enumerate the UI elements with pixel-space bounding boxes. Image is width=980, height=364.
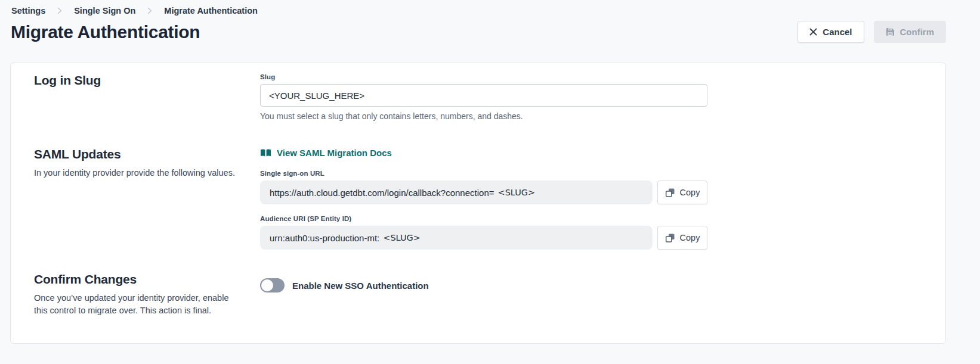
audience-uri-field-group: Audience URI (SP Entity ID) urn:auth0:us…	[260, 215, 707, 250]
cancel-button-label: Cancel	[823, 27, 852, 37]
migrate-authentication-page: Settings Single Sign On Migrate Authenti…	[0, 0, 980, 344]
audience-uri-prefix: urn:auth0:us-production-mt:	[270, 233, 379, 243]
confirm-button-label: Confirm	[900, 27, 935, 37]
copy-button-label: Copy	[680, 233, 700, 242]
section-login-slug: Log in Slug Slug You must select a slug …	[34, 73, 922, 121]
copy-icon	[665, 233, 675, 243]
breadcrumb-item-settings[interactable]: Settings	[11, 6, 45, 15]
saml-updates-description: In your identity provider provide the fo…	[34, 167, 240, 179]
toggle-knob	[261, 279, 273, 291]
view-saml-migration-docs-link[interactable]: View SAML Migration Docs	[260, 148, 392, 158]
migrate-authentication-card: Log in Slug Slug You must select a slug …	[10, 63, 946, 344]
copy-button-label: Copy	[680, 188, 700, 197]
copy-sso-url-button[interactable]: Copy	[657, 181, 707, 204]
page-header: Migrate Authentication Cancel	[10, 21, 946, 43]
sso-url-label: Single sign-on URL	[260, 170, 707, 177]
copy-audience-uri-button[interactable]: Copy	[657, 226, 707, 250]
confirm-changes-description: Once you’ve updated your identity provid…	[34, 292, 240, 316]
enable-sso-toggle[interactable]	[260, 278, 285, 293]
enable-sso-toggle-row: Enable New SSO Authentication	[260, 278, 707, 293]
slug-help-text: You must select a slug that only contain…	[260, 111, 707, 121]
enable-sso-toggle-label: Enable New SSO Authentication	[292, 281, 429, 291]
chevron-right-icon	[57, 7, 62, 14]
section-saml-updates: SAML Updates In your identity provider p…	[34, 147, 922, 250]
close-icon	[809, 28, 817, 36]
chevron-right-icon	[147, 7, 152, 14]
header-actions: Cancel Confirm	[797, 21, 946, 43]
audience-uri-slug-token: <SLUG>	[383, 233, 421, 242]
audience-uri-value: urn:auth0:us-production-mt: <SLUG>	[260, 226, 653, 250]
docs-link-label: View SAML Migration Docs	[277, 148, 392, 158]
audience-uri-label: Audience URI (SP Entity ID)	[260, 215, 707, 222]
breadcrumb-item-current: Migrate Authentication	[164, 6, 258, 15]
sso-url-value: https://auth.cloud.getdbt.com/login/call…	[260, 181, 653, 204]
page-title: Migrate Authentication	[10, 22, 200, 42]
confirm-button[interactable]: Confirm	[874, 21, 947, 43]
save-icon	[886, 27, 895, 36]
sso-url-slug-token: <SLUG>	[498, 188, 536, 197]
copy-icon	[665, 188, 675, 198]
book-icon	[260, 148, 271, 157]
sso-url-field-group: Single sign-on URL https://auth.cloud.ge…	[260, 170, 707, 204]
sso-url-prefix: https://auth.cloud.getdbt.com/login/call…	[270, 188, 494, 198]
breadcrumb-item-single-sign-on[interactable]: Single Sign On	[74, 6, 135, 15]
breadcrumb: Settings Single Sign On Migrate Authenti…	[10, 6, 946, 15]
slug-input[interactable]	[260, 84, 707, 107]
confirm-changes-heading: Confirm Changes	[34, 272, 260, 287]
saml-updates-heading: SAML Updates	[34, 147, 260, 161]
section-confirm-changes: Confirm Changes Once you’ve updated your…	[34, 272, 922, 316]
cancel-button[interactable]: Cancel	[797, 21, 864, 43]
slug-field-label: Slug	[260, 73, 707, 80]
login-slug-heading: Log in Slug	[34, 73, 260, 88]
